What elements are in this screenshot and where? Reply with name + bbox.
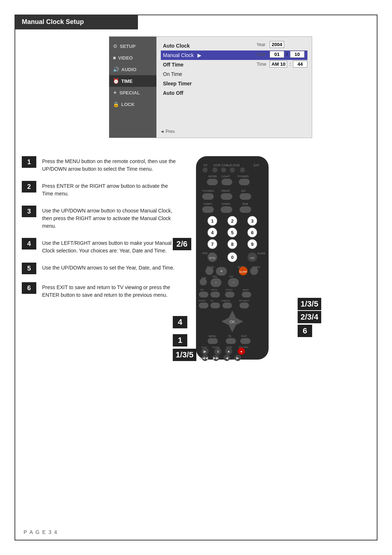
svg-text:-: - [215, 280, 217, 285]
svg-text:TE: TE [228, 335, 231, 337]
svg-text:0: 0 [231, 255, 233, 260]
step-label-6-box: 6 [298, 325, 312, 337]
sidebar-item-lock: 🔒 LOCK [109, 98, 156, 110]
step-label-135-bot: 1/3/5 [173, 349, 196, 361]
svg-rect-76 [225, 292, 234, 297]
svg-text:PPCH+: PPCH+ [226, 289, 233, 291]
svg-point-6 [221, 167, 226, 173]
step-number-2: 2 [22, 181, 36, 193]
svg-rect-19 [221, 193, 232, 200]
step-row-6: 6 Press EXIT to save and return to TV vi… [22, 282, 178, 299]
svg-text:VCR CABLE DVD: VCR CABLE DVD [213, 163, 240, 167]
svg-rect-24 [202, 206, 214, 213]
manual-clock-label: Manual Clock [163, 52, 194, 58]
svg-rect-91 [208, 338, 218, 344]
step-number-6: 6 [22, 282, 36, 294]
svg-text:FREEZE: FREEZE [221, 300, 230, 302]
sidebar-time-label: TIME [121, 78, 132, 84]
svg-text:TV: TV [203, 163, 208, 167]
prev-text: ◄ Prev. [160, 129, 175, 134]
svg-text:-: - [233, 280, 234, 285]
step-number-4: 4 [22, 238, 36, 250]
step-text-4: Use the LEFT/RIGHT arrows button to make… [42, 238, 178, 255]
svg-rect-25 [221, 206, 232, 213]
svg-text:3: 3 [251, 218, 253, 224]
step-label-4-box: 4 [173, 316, 187, 328]
sidebar-item-setup: ⚙ SETUP [109, 40, 156, 52]
svg-rect-77 [242, 292, 251, 297]
svg-text:RGB: RGB [242, 203, 248, 205]
menu-content: Auto Clock Manual Clock ▶ Off Time On Ti… [156, 37, 312, 138]
svg-text:▶: ▶ [236, 356, 239, 360]
step-label-135-right-box: 1/3/5 [298, 298, 321, 310]
svg-text:COMP1: COMP1 [203, 203, 212, 205]
svg-text:COMP2: COMP2 [221, 203, 230, 205]
svg-text:GUIDE: GUIDE [257, 252, 266, 255]
svg-text:CH: CH [229, 275, 233, 278]
svg-text:PPCH-: PPCH- [211, 289, 218, 291]
svg-rect-82 [199, 303, 208, 308]
step-label-135-bot-box: 1/3/5 [173, 349, 196, 361]
svg-rect-26 [240, 206, 251, 213]
svg-rect-92 [226, 338, 236, 344]
svg-point-54 [205, 267, 213, 275]
svg-rect-18 [202, 193, 214, 200]
sidebar-item-video: ■ VIDEO [109, 52, 156, 64]
svg-text:◀: ◀ [225, 356, 228, 360]
year-value: 2004 [270, 41, 284, 48]
remote-svg: TV VCR CABLE DVD SAT MODE LIGHT POWER TV… [185, 156, 294, 367]
svg-text:▶: ▶ [204, 349, 207, 353]
step-label-4: 4 [173, 316, 187, 328]
sleep-timer-label: Sleep Timer [163, 81, 192, 86]
svg-text:DVI: DVI [241, 190, 246, 192]
step-row-1: 1 Press the MENU button on the remote co… [22, 156, 178, 173]
svg-rect-74 [199, 292, 208, 297]
svg-point-7 [230, 167, 235, 173]
svg-text:SAT: SAT [253, 163, 260, 167]
svg-rect-12 [207, 179, 218, 185]
time-icon: ⏰ [113, 78, 119, 84]
svg-text:SWAP: SWAP [242, 289, 249, 291]
date-sep: / [286, 52, 288, 57]
svg-text:■: ■ [228, 350, 229, 353]
step-row-2: 2 Press ENTER or the RIGHT arrow button … [22, 181, 178, 198]
svg-point-63 [200, 278, 207, 285]
page-number: P A G E 3 4 [24, 529, 58, 535]
step-label-6: 6 [298, 325, 312, 337]
svg-text:RTD: RTD [209, 256, 216, 260]
off-time-label: Off Time [163, 62, 184, 68]
step-label-26: 2/6 [173, 238, 191, 250]
svg-text:7: 7 [211, 242, 213, 247]
svg-text:MODE: MODE [208, 175, 217, 178]
sidebar-item-special: ✦ SPECIAL [109, 87, 156, 98]
svg-text:TV/VIDEO: TV/VIDEO [202, 190, 214, 192]
svg-text:SURF: SURF [239, 270, 247, 274]
sidebar-lock-label: LOCK [121, 102, 135, 107]
menu-item-autooff: Auto Off [162, 88, 306, 98]
menu-sidebar: ⚙ SETUP ■ VIDEO 🔊 AUDIO ⏰ TIME ✦ SPECIAL… [109, 37, 156, 138]
date-label: Date [257, 52, 268, 57]
step-text-2: Press ENTER or the RIGHT arrow button to… [42, 181, 178, 198]
svg-text:1: 1 [211, 218, 213, 224]
year-label: Year [257, 42, 268, 47]
step-number-3: 3 [22, 206, 36, 217]
manual-clock-arrow: ▶ [197, 52, 201, 58]
lock-icon: 🔒 [113, 101, 119, 107]
svg-text:+: + [220, 268, 223, 274]
svg-text:●: ● [240, 350, 242, 353]
svg-text:9: 9 [251, 242, 253, 247]
step-text-3: Use the UP/DOWN arrow button to choose M… [42, 206, 178, 230]
svg-text:OK: OK [230, 320, 235, 324]
svg-rect-13 [221, 179, 232, 185]
svg-rect-14 [239, 179, 250, 185]
step-text-6: Press EXIT to save and return to TV view… [42, 282, 178, 299]
auto-clock-label: Auto Clock [163, 43, 190, 49]
date-value2: 10 [290, 51, 305, 58]
steps-area: 1 Press the MENU button on the remote co… [22, 156, 178, 307]
svg-text:⏸: ⏸ [216, 350, 220, 353]
video-icon: ■ [113, 55, 116, 61]
step-row-3: 3 Use the UP/DOWN arrow button to choose… [22, 206, 178, 230]
step-number-1: 1 [22, 156, 36, 168]
svg-text:8: 8 [231, 242, 233, 247]
remote-control-area: TV VCR CABLE DVD SAT MODE LIGHT POWER TV… [185, 156, 294, 368]
